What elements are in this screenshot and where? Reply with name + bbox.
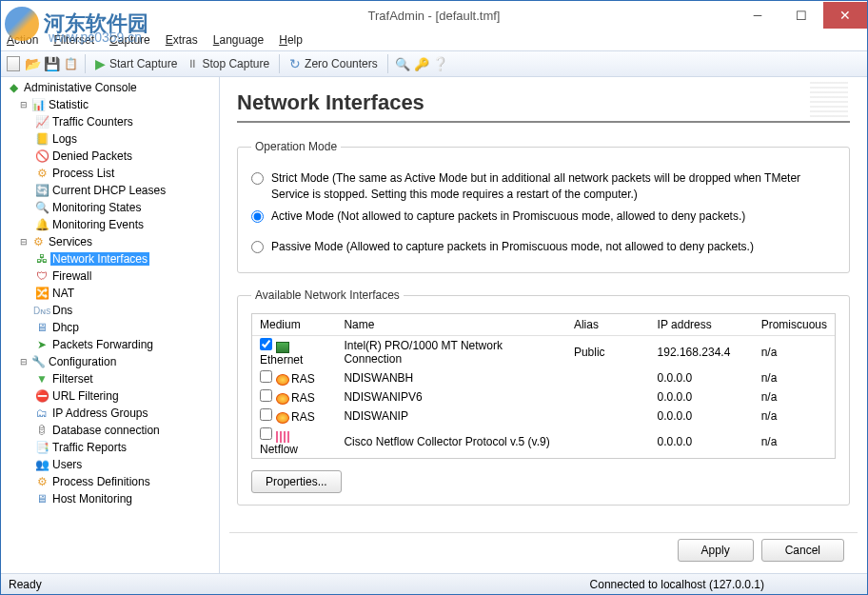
tree-firewall[interactable]: 🛡Firewall [1,268,219,285]
alias-cell: Public [566,336,650,369]
toolbar: 📂 💾 📋 ▶ Start Capture ⏸ Stop Capture ↻ Z… [1,50,867,77]
properties-button[interactable]: Properties... [251,470,342,493]
promisc-cell: n/a [754,368,835,387]
name-cell: Intel(R) PRO/1000 MT Network Connection [336,336,566,369]
medium-text: RAS [291,410,315,424]
active-mode-radio[interactable] [251,210,264,223]
col-ip[interactable]: IP address [650,314,754,336]
tree-process-list[interactable]: ⚙Process List [1,165,219,182]
table-row[interactable]: RAS NDISWANIPV6 0.0.0.0 n/a [252,387,835,407]
maximize-button[interactable] [779,2,823,29]
start-capture-label: Start Capture [109,57,177,70]
tree-dhcp[interactable]: 🖥Dhcp [1,319,219,336]
menu-language[interactable]: Language [213,33,264,47]
table-row[interactable]: RAS NDISWANIP 0.0.0.0 n/a [252,407,835,426]
promisc-cell: n/a [754,336,835,369]
pause-icon: ⏸ [187,57,198,70]
tree-logs[interactable]: 📒Logs [1,130,219,148]
apply-button[interactable]: Apply [678,539,754,562]
tree-url-filtering[interactable]: ⛔URL Filtering [1,387,219,405]
col-medium[interactable]: Medium [252,314,336,336]
medium-icon [276,342,289,353]
tree-root[interactable]: ◆Administative Console [1,79,219,96]
import-icon[interactable]: 📋 [62,55,79,72]
ip-cell: 0.0.0.0 [650,368,754,387]
interface-checkbox[interactable] [260,370,272,383]
tree-nat[interactable]: 🔀NAT [1,285,219,302]
name-cell: NDISWANIP [336,407,566,426]
col-name[interactable]: Name [336,314,566,336]
interface-checkbox[interactable] [260,427,272,440]
tree-traffic-counters[interactable]: 📈Traffic Counters [1,113,219,130]
content-area: ◆Administative Console ⊟📊Statistic 📈Traf… [1,77,867,573]
ip-cell: 0.0.0.0 [650,407,754,426]
ip-cell: 0.0.0.0 [650,426,754,458]
watermark-url: www.pc0359.cn [49,30,142,45]
col-promiscuous[interactable]: Promiscuous [754,314,835,336]
ip-cell: 192.168.234.4 [650,336,754,369]
interface-checkbox[interactable] [260,389,272,402]
tree-database[interactable]: 🛢Database connection [1,422,219,439]
table-row[interactable]: Netflow Cisco Netflow Collector Protocol… [252,426,835,458]
tree-process-defs[interactable]: ⚙Process Definitions [1,473,219,490]
tree-traffic-reports[interactable]: 📑Traffic Reports [1,439,219,456]
tree-users[interactable]: 👥Users [1,456,219,473]
strict-mode-radio[interactable] [251,172,264,185]
operation-mode-group: Operation Mode Strict Mode (The same as … [237,140,850,273]
tree-monitoring-states[interactable]: 🔍Monitoring States [1,199,219,216]
name-cell: NDISWANBH [336,368,566,387]
alias-cell [566,368,650,387]
lock-icon[interactable]: 🔑 [413,55,430,72]
minimize-button[interactable] [736,2,779,29]
col-alias[interactable]: Alias [566,314,650,336]
help-icon[interactable]: ❔ [432,55,449,72]
active-mode-label[interactable]: Active Mode (Not allowed to capture pack… [271,208,745,225]
tree-monitoring-events[interactable]: 🔔Monitoring Events [1,216,219,233]
stop-capture-button[interactable]: ⏸ Stop Capture [183,55,273,72]
table-row[interactable]: Ethernet Intel(R) PRO/1000 MT Network Co… [252,336,835,369]
tree-dhcp-leases[interactable]: 🔄Current DHCP Leases [1,182,219,199]
zero-counters-button[interactable]: ↻ Zero Counters [286,54,382,73]
interface-checkbox[interactable] [260,338,272,350]
tree-packets-forwarding[interactable]: ➤Packets Forwarding [1,336,219,353]
tree-dns[interactable]: DɴsDns [1,302,219,319]
tree-configuration[interactable]: ⊟🔧Configuration [1,353,219,370]
new-icon[interactable] [5,55,22,72]
table-row[interactable]: RAS NDISWANBH 0.0.0.0 n/a [252,368,835,387]
medium-text: RAS [291,391,315,405]
passive-mode-radio[interactable] [251,241,264,253]
tree-services[interactable]: ⊟⚙Services [1,233,219,250]
passive-mode-label[interactable]: Passive Mode (Allowed to capture packets… [271,239,754,255]
tree-ip-groups[interactable]: 🗂IP Address Groups [1,405,219,422]
operation-mode-legend: Operation Mode [251,140,341,153]
bottom-buttons: Apply Cancel [678,539,844,562]
name-cell: Cisco Netflow Collector Protocol v.5 (v.… [336,426,566,458]
start-capture-button[interactable]: ▶ Start Capture [91,54,181,73]
interfaces-table[interactable]: Medium Name Alias IP address Promiscuous… [251,313,836,459]
tree-filterset[interactable]: ▼Filterset [1,370,219,387]
tree-denied-packets[interactable]: 🚫Denied Packets [1,148,219,165]
promisc-cell: n/a [754,426,835,458]
tree-network-interfaces[interactable]: 🖧Network Interfaces [1,250,219,268]
interfaces-group: Available Network Interfaces Medium Name… [237,288,850,506]
tree-host-monitoring[interactable]: 🖥Host Monitoring [1,490,219,507]
medium-text: RAS [291,372,315,386]
strict-mode-label[interactable]: Strict Mode (The same as Active Mode but… [271,170,836,203]
medium-icon [276,374,289,386]
close-button[interactable] [823,2,867,29]
menu-help[interactable]: Help [279,33,303,47]
alias-cell [566,387,650,407]
medium-text: Netflow [260,443,298,456]
tree-panel[interactable]: ◆Administative Console ⊟📊Statistic 📈Traf… [1,77,220,573]
cancel-button[interactable]: Cancel [761,539,844,562]
save-icon[interactable]: 💾 [43,55,60,72]
open-icon[interactable]: 📂 [24,55,41,72]
window-controls [736,2,867,29]
refresh-icon: ↻ [289,56,301,71]
search-icon[interactable]: 🔍 [394,55,411,72]
status-right: Connected to localhost (127.0.0.1) [590,578,764,591]
interface-checkbox[interactable] [260,408,272,421]
tree-statistic[interactable]: ⊟📊Statistic [1,96,219,113]
interfaces-legend: Available Network Interfaces [251,288,404,302]
promisc-cell: n/a [754,407,835,426]
